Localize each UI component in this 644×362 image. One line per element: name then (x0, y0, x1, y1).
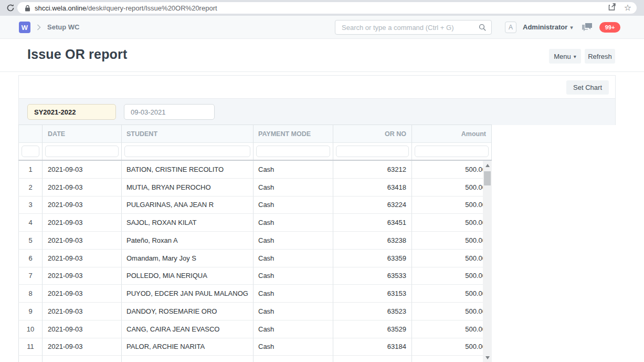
cell-or-no[interactable]: 63207 (333, 356, 412, 362)
set-chart-button[interactable]: Set Chart (566, 80, 609, 95)
cell-student[interactable]: Pateño, Roxan A (122, 232, 254, 250)
cell-amount[interactable]: 500.00 (412, 338, 492, 356)
column-filter-input-amount[interactable] (415, 146, 489, 157)
row-index[interactable]: 7 (18, 267, 43, 285)
column-filter-input-date[interactable] (45, 146, 119, 157)
cell-or-no[interactable]: 63212 (333, 161, 412, 179)
cell-or-no[interactable]: 63418 (333, 179, 412, 196)
row-index[interactable]: 12 (18, 356, 43, 362)
chat-icon[interactable] (582, 23, 593, 34)
column-header-date[interactable]: DATE (43, 125, 122, 143)
cell-student[interactable]: PULGARINAS, ANA JEAN R (122, 196, 254, 214)
cell-or-no[interactable]: 63359 (333, 250, 412, 267)
cell-student[interactable]: PALOR, ARCHIE NARITA (122, 338, 254, 356)
cell-or-no[interactable]: 63224 (333, 196, 412, 214)
row-index[interactable]: 8 (18, 285, 43, 303)
cell-student[interactable]: CANG, CAIRA JEAN EVASCO (122, 320, 254, 338)
cell-date[interactable]: 2021-09-03 (43, 267, 122, 285)
row-index[interactable]: 10 (18, 320, 43, 338)
row-index[interactable]: 9 (18, 303, 43, 320)
notification-badge[interactable]: 99+ (599, 22, 620, 33)
cell-date[interactable]: 2021-09-03 (43, 338, 122, 356)
avatar[interactable]: A (505, 22, 516, 33)
share-icon[interactable] (608, 3, 617, 13)
date-filter-input[interactable] (124, 104, 215, 120)
column-filter-input-index[interactable] (22, 146, 39, 157)
cell-date[interactable]: 2021-09-03 (43, 250, 122, 267)
cell-date[interactable]: 2021-09-03 (43, 232, 122, 250)
vertical-scrollbar[interactable] (483, 161, 492, 362)
cell-amount[interactable]: 500.00 (412, 267, 492, 285)
menu-button[interactable]: Menu▾ (549, 49, 581, 64)
cell-student[interactable]: DANDOY, ROSEMARIE ORO (122, 303, 254, 320)
cell-amount[interactable]: 500.00 (412, 303, 492, 320)
column-header-student[interactable]: STUDENT (122, 125, 254, 143)
scroll-down-icon[interactable] (483, 353, 492, 362)
cell-date[interactable]: 2021-09-03 (43, 214, 122, 232)
row-index[interactable]: 11 (18, 338, 43, 356)
cell-payment-mode[interactable]: Cash (254, 285, 333, 303)
scrollbar-thumb[interactable] (484, 171, 491, 185)
column-header-or-no[interactable]: OR NO (333, 125, 412, 143)
cell-payment-mode[interactable]: Cash (254, 196, 333, 214)
cell-date[interactable]: 2021-09-03 (43, 285, 122, 303)
bookmark-star-icon[interactable]: ☆ (624, 4, 631, 12)
cell-payment-mode[interactable]: Cash (254, 303, 333, 320)
search-input[interactable] (335, 20, 491, 34)
column-filter-input-payment-mode[interactable] (256, 146, 330, 157)
scroll-up-icon[interactable] (483, 161, 492, 170)
cell-payment-mode[interactable]: Cash (254, 214, 333, 232)
app-logo[interactable]: W (19, 22, 30, 33)
breadcrumb[interactable]: Setup WC (47, 23, 79, 31)
cell-or-no[interactable]: 63523 (333, 303, 412, 320)
cell-amount[interactable]: 500.00 (412, 320, 492, 338)
cell-or-no[interactable]: 63529 (333, 320, 412, 338)
cell-amount[interactable]: 500.00 (412, 196, 492, 214)
reload-icon[interactable] (4, 2, 17, 14)
row-index[interactable]: 5 (18, 232, 43, 250)
cell-or-no[interactable]: 63451 (333, 214, 412, 232)
cell-date[interactable]: 2021-09-03 (43, 161, 122, 179)
cell-or-no[interactable]: 63153 (333, 285, 412, 303)
cell-student[interactable]: POBILLOS, JONA KRIS BROCA (122, 356, 254, 362)
cell-student[interactable]: MUTIA, BRYAN PEROCHO (122, 179, 254, 196)
cell-amount[interactable]: 500.00 (412, 285, 492, 303)
cell-payment-mode[interactable]: Cash (254, 179, 333, 196)
row-index[interactable]: 1 (18, 161, 43, 179)
cell-payment-mode[interactable]: Cash (254, 161, 333, 179)
cell-or-no[interactable]: 63184 (333, 338, 412, 356)
row-index[interactable]: 4 (18, 214, 43, 232)
cell-date[interactable]: 2021-09-03 (43, 320, 122, 338)
cell-payment-mode[interactable]: Cash (254, 232, 333, 250)
cell-payment-mode[interactable]: Cash (254, 320, 333, 338)
cell-amount[interactable]: 500.00 (412, 250, 492, 267)
cell-date[interactable]: 2021-09-03 (43, 356, 122, 362)
cell-student[interactable]: PUYOD, EDCER JAN PAUL MALANOG (122, 285, 254, 303)
cell-or-no[interactable]: 63533 (333, 267, 412, 285)
row-index[interactable]: 6 (18, 250, 43, 267)
cell-amount[interactable]: 500.00 (412, 161, 492, 179)
column-filter-input-or-no[interactable] (336, 146, 409, 157)
search-icon[interactable] (479, 24, 487, 34)
cell-payment-mode[interactable]: Cash (254, 356, 333, 362)
user-menu[interactable]: Administrator▾ (523, 23, 573, 31)
cell-student[interactable]: BATION, CRISTINE RECOLITO (122, 161, 254, 179)
row-index[interactable]: 3 (18, 196, 43, 214)
cell-date[interactable]: 2021-09-03 (43, 196, 122, 214)
column-header-payment-mode[interactable]: PAYMENT MODE (254, 125, 333, 143)
cell-payment-mode[interactable]: Cash (254, 250, 333, 267)
school-year-filter-input[interactable] (27, 104, 116, 120)
cell-student[interactable]: POLLEDO, MIA NERIQUA (122, 267, 254, 285)
cell-or-no[interactable]: 63238 (333, 232, 412, 250)
cell-student[interactable]: SAJOL, ROXAN KILAT (122, 214, 254, 232)
cell-payment-mode[interactable]: Cash (254, 338, 333, 356)
cell-amount[interactable]: 500.00 (412, 356, 492, 362)
cell-date[interactable]: 2021-09-03 (43, 179, 122, 196)
column-header-amount[interactable]: Amount (412, 125, 492, 143)
column-header-index[interactable] (18, 125, 43, 143)
cell-student[interactable]: Omandam, Mary Joy S (122, 250, 254, 267)
cell-amount[interactable]: 500.00 (412, 179, 492, 196)
refresh-button[interactable]: Refresh (585, 49, 615, 64)
address-bar[interactable]: shcci.wela.online/desk#query-report/Issu… (17, 2, 637, 14)
column-filter-input-student[interactable] (124, 146, 250, 157)
